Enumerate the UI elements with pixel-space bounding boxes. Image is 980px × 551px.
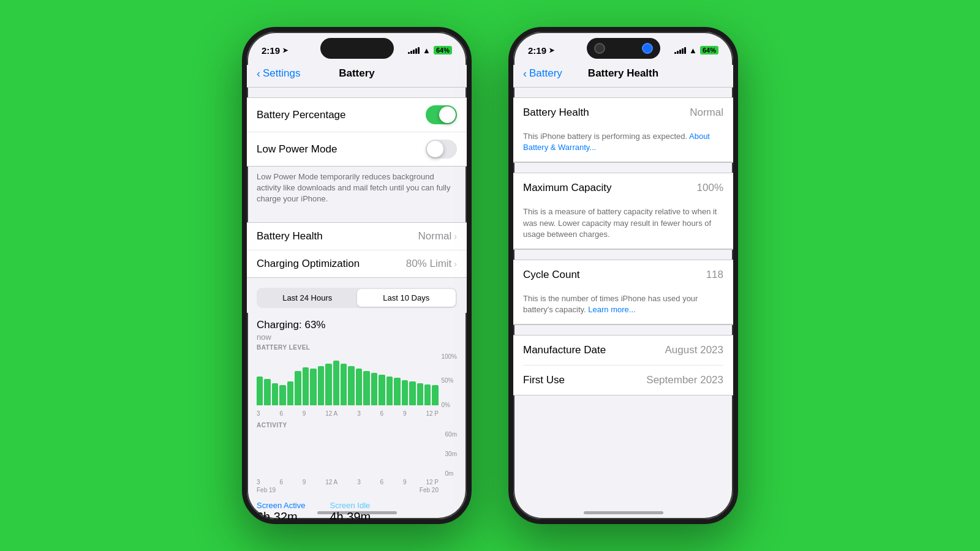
battery-bar <box>348 366 354 405</box>
battery-bar <box>432 385 438 405</box>
signal-icon-2 <box>674 47 686 54</box>
chevron-right-icon: › <box>454 231 457 241</box>
battery-bar <box>264 379 270 405</box>
battery-health-status-row: Battery Health Normal <box>513 98 733 127</box>
charging-info: Charging: 63% now <box>247 313 467 344</box>
battery-x-labels: 3 6 9 12 A 3 6 9 12 P <box>257 410 457 417</box>
chevron-right-icon-2: › <box>454 259 457 269</box>
charging-time: now <box>257 332 457 342</box>
time-tab-bar: Last 24 Hours Last 10 Days <box>257 288 457 308</box>
battery-percentage-toggle[interactable] <box>426 105 457 124</box>
cycle-count-row: Cycle Count 118 <box>513 260 733 290</box>
tab-24hours[interactable]: Last 24 Hours <box>258 289 357 307</box>
activity-chart-wrapper: 60m 30m 0m <box>257 431 457 477</box>
settings-group-toggles: Battery Percentage Low Power Mode <box>247 97 467 167</box>
side-button-mute[interactable] <box>242 118 244 139</box>
side-button-vol-up[interactable] <box>242 151 244 191</box>
battery-bar <box>333 361 339 405</box>
signal-icon <box>408 47 420 54</box>
battery-bar <box>272 383 278 405</box>
battery-percentage-label: Battery Percentage <box>257 109 346 121</box>
activity-y-labels: 60m 30m 0m <box>445 431 457 477</box>
separator <box>247 87 467 88</box>
home-indicator-2 <box>584 511 663 514</box>
activity-section: ACTIVITY 60m 30m <box>247 417 467 493</box>
battery-chart-section: BATTERY LEVEL <box>247 344 467 417</box>
battery-bar <box>295 371 301 405</box>
cycle-count-value: 118 <box>706 269 723 281</box>
first-use-label: First Use <box>523 374 565 386</box>
manufacture-date-label: Manufacture Date <box>523 344 606 356</box>
battery-bar <box>279 385 285 405</box>
battery-bar <box>325 364 331 405</box>
activity-bars <box>257 431 457 474</box>
battery-percentage-badge: 64% <box>434 46 452 54</box>
side-button-vol-down-2[interactable] <box>508 197 511 237</box>
charging-optimization-row[interactable]: Charging Optimization 80% Limit › <box>247 250 467 277</box>
wifi-icon-2: ▲ <box>689 46 697 55</box>
battery-health-value: Normal › <box>418 230 457 242</box>
first-use-value: September 2023 <box>646 374 723 386</box>
battery-bar <box>363 371 369 405</box>
max-capacity-label: Maximum Capacity <box>523 182 612 194</box>
battery-bar <box>310 369 316 405</box>
dynamic-island-2 <box>587 38 660 59</box>
battery-bar <box>341 364 347 405</box>
battery-percentage-row[interactable]: Battery Percentage <box>247 98 467 132</box>
cycle-count-label: Cycle Count <box>523 269 580 281</box>
home-indicator <box>317 511 397 514</box>
battery-health-status-label: Battery Health <box>523 107 589 119</box>
back-button-2[interactable]: ‹ Battery <box>523 67 562 80</box>
chart-tab-group: Last 24 Hours Last 10 Days <box>247 278 467 313</box>
battery-health-description: This iPhone battery is performing as exp… <box>513 127 733 162</box>
back-button[interactable]: ‹ Settings <box>257 67 300 80</box>
battery-bars <box>257 353 457 405</box>
phone-battery-settings: 2:19 ➤ ▲ 64% ‹ Settings Battery <box>242 27 472 524</box>
side-button-power-2[interactable] <box>736 142 738 191</box>
side-button-power[interactable] <box>469 142 472 191</box>
page-title: Battery <box>339 67 375 80</box>
max-capacity-value: 100% <box>697 182 723 194</box>
nav-bar-2: ‹ Battery Battery Health <box>513 65 733 87</box>
low-power-label: Low Power Mode <box>257 143 337 156</box>
battery-bar <box>257 377 263 405</box>
low-power-mode-row[interactable]: Low Power Mode <box>247 132 467 166</box>
battery-bar <box>318 366 324 405</box>
chevron-left-icon: ‹ <box>257 67 260 80</box>
separator-2 <box>513 87 733 88</box>
side-button-vol-down[interactable] <box>242 197 244 237</box>
battery-health-row[interactable]: Battery Health Normal › <box>247 223 467 250</box>
learn-more-link[interactable]: Learn more... <box>588 305 635 314</box>
side-button-vol-up-2[interactable] <box>508 151 511 191</box>
chevron-left-icon-2: ‹ <box>523 67 527 80</box>
wifi-icon: ▲ <box>423 46 431 55</box>
manufacture-date-row: Manufacture Date August 2023 <box>513 335 733 365</box>
side-button-mute-2[interactable] <box>508 118 511 139</box>
battery-bar <box>356 369 362 405</box>
health-status-section: Battery Health Normal This iPhone batter… <box>513 97 733 163</box>
charging-opt-label: Charging Optimization <box>257 258 360 270</box>
low-power-toggle[interactable] <box>426 140 457 159</box>
battery-chart-label: BATTERY LEVEL <box>257 344 457 351</box>
camera-icon <box>594 43 605 54</box>
screen-active-value: 6h 32m <box>257 510 306 524</box>
battery-chart-wrapper: 100% 50% 0% <box>257 353 457 408</box>
location-arrow-icon: ➤ <box>282 47 288 54</box>
activity-x-labels: 3 6 9 12 A 3 6 9 12 P <box>257 479 457 485</box>
tab-10days[interactable]: Last 10 Days <box>357 289 456 307</box>
status-icons: ▲ 64% <box>408 46 452 55</box>
battery-bar <box>394 378 400 405</box>
screen-usage: Screen Active 6h 32m Screen Idle 4h 39m <box>247 493 467 524</box>
battery-bar <box>417 383 423 405</box>
battery-bar <box>402 380 408 405</box>
screen-active-label: Screen Active <box>257 501 306 510</box>
cycle-count-description: This is the number of times iPhone has u… <box>513 290 733 324</box>
dates-section: Manufacture Date August 2023 First Use S… <box>513 335 733 395</box>
screen-active-item: Screen Active 6h 32m <box>257 501 306 524</box>
max-capacity-description: This is a measure of battery capacity re… <box>513 203 733 249</box>
status-time-2: 2:19 ➤ <box>528 45 554 56</box>
activity-label: ACTIVITY <box>257 422 457 429</box>
dynamic-island <box>320 38 394 59</box>
toggle-knob <box>439 107 456 123</box>
faceid-icon <box>642 43 653 54</box>
